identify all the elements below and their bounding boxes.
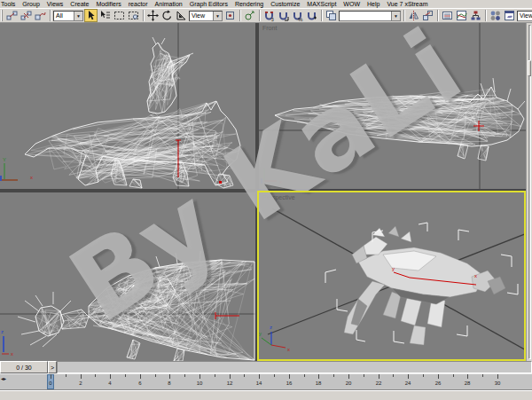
menu-maxscript[interactable]: MAXScript xyxy=(303,1,340,7)
menu-tools[interactable]: Tools xyxy=(0,1,19,7)
toolbar-separator xyxy=(50,10,51,21)
viewport-splitter-horizontal[interactable] xyxy=(0,189,526,192)
select-and-link-button[interactable] xyxy=(5,9,19,22)
time-slider-track[interactable] xyxy=(57,361,532,373)
window-crossing-button[interactable] xyxy=(127,9,140,22)
viewport-front-canvas[interactable]: x xyxy=(259,23,526,189)
menu-bar: Tools Group Views Create Modifiers react… xyxy=(0,0,532,8)
select-and-move-button[interactable] xyxy=(146,9,160,22)
trackbar-tick xyxy=(215,374,215,377)
trackbar-tick xyxy=(81,374,82,379)
trackbar-tick-label: 6 xyxy=(138,380,141,386)
viewport-perspective-label[interactable]: Perspective xyxy=(262,194,295,200)
right-panel-edge xyxy=(526,23,532,361)
snap-toggle-3d-button[interactable]: 3 xyxy=(262,9,276,22)
track-bar[interactable]: ◂▸ 0 2 4 6 8 10 12 14 16 18 20 22 24 26 … xyxy=(0,373,532,390)
menu-modifiers[interactable]: Modifiers xyxy=(92,1,124,7)
select-object-button[interactable] xyxy=(84,9,98,22)
align-icon xyxy=(422,10,434,21)
trackbar-tick-label: 30 xyxy=(495,380,501,386)
viewport-top-canvas[interactable]: zx xyxy=(0,192,255,361)
viewport-front[interactable]: Front x xyxy=(259,23,526,189)
menu-wow[interactable]: WOW xyxy=(340,1,364,7)
trackbar-tick xyxy=(95,374,96,377)
mini-trackbar-toggle[interactable]: ◂▸ xyxy=(1,375,6,381)
render-type-dropdown[interactable]: View ▼ xyxy=(517,11,532,21)
schematic-view-button[interactable] xyxy=(469,9,482,22)
axis-x-label: x xyxy=(30,175,33,180)
magnet-3d-icon: 3 xyxy=(263,10,275,21)
viewport-top[interactable]: zx xyxy=(0,192,255,361)
select-and-rotate-button[interactable] xyxy=(160,9,174,22)
reference-coordinate-system-dropdown[interactable]: View ▼ xyxy=(189,11,223,21)
menu-help[interactable]: Help xyxy=(364,1,383,7)
menu-reactor[interactable]: reactor xyxy=(125,1,152,7)
mirror-button[interactable] xyxy=(407,9,420,22)
viewport-left[interactable]: Yx xyxy=(0,23,255,189)
panel-scrollbar-thumb[interactable] xyxy=(528,60,531,76)
menu-animation[interactable]: Animation xyxy=(152,1,186,7)
named-selection-sets-icon xyxy=(325,10,337,21)
main-toolbar: All ▼ View ▼ 3 % xyxy=(0,8,532,23)
menu-rendering[interactable]: Rendering xyxy=(231,1,267,7)
menu-create[interactable]: Create xyxy=(66,1,92,7)
select-and-manipulate-button[interactable] xyxy=(243,9,256,22)
trackbar-tick xyxy=(318,374,319,379)
viewport-perspective[interactable]: Perspective xyzxy xyxy=(259,192,526,361)
trackbar-tick xyxy=(408,374,409,379)
named-selection-sets-dropdown[interactable]: ▼ xyxy=(339,11,401,21)
chevron-down-icon[interactable]: ▼ xyxy=(391,12,400,20)
next-frame-button[interactable]: > xyxy=(48,361,57,373)
manipulate-icon xyxy=(244,10,255,21)
trackbar-tick xyxy=(497,374,498,379)
viewport-perspective-canvas[interactable]: xyzxy xyxy=(259,192,526,361)
spinner-snap-button[interactable] xyxy=(305,9,318,22)
selection-filter-value: All xyxy=(56,12,63,19)
trackbar-tick-label: 2 xyxy=(79,380,82,386)
mirror-icon xyxy=(408,10,419,21)
chevron-down-icon[interactable]: ▼ xyxy=(74,12,82,20)
trackbar-tick-label: 18 xyxy=(316,380,322,386)
viewport-front-label[interactable]: Front xyxy=(262,25,277,31)
toolbar-grip[interactable] xyxy=(1,10,3,21)
toolbar-separator xyxy=(403,10,404,21)
trackbar-tick xyxy=(304,374,305,377)
time-slider-handle[interactable]: 0 / 30 xyxy=(0,361,48,373)
menu-group[interactable]: Group xyxy=(19,1,43,7)
window-crossing-icon xyxy=(128,10,139,21)
layer-manager-button[interactable] xyxy=(441,9,454,22)
selection-filter-dropdown[interactable]: All ▼ xyxy=(53,11,83,21)
material-editor-button[interactable] xyxy=(489,9,502,22)
align-button[interactable] xyxy=(421,9,434,22)
edit-named-selection-sets-button[interactable] xyxy=(325,9,338,22)
percent-snap-button[interactable]: % xyxy=(291,9,304,22)
bind-to-space-warp-button[interactable] xyxy=(34,9,47,22)
trackbar-tick xyxy=(155,374,156,377)
unlink-icon xyxy=(20,10,32,21)
use-pivot-point-center-button[interactable] xyxy=(223,9,237,22)
menu-graph-editors[interactable]: Graph Editors xyxy=(186,1,231,7)
axis-tripod: x xyxy=(262,169,282,184)
menu-customize[interactable]: Customize xyxy=(267,1,303,7)
unlink-selection-button[interactable] xyxy=(20,9,33,22)
trackbar-tick xyxy=(66,374,66,377)
render-scene-dialog-button[interactable] xyxy=(503,9,516,22)
selection-region-icon xyxy=(113,10,125,21)
menu-views[interactable]: Views xyxy=(43,1,67,7)
trackbar-tick xyxy=(51,374,51,379)
magnet-angle-icon xyxy=(278,10,289,21)
select-and-scale-button[interactable] xyxy=(175,9,188,22)
viewport-left-canvas[interactable]: Yx xyxy=(0,23,255,189)
wireframe-rider xyxy=(147,37,193,114)
select-by-name-button[interactable] xyxy=(98,9,112,22)
curve-editor-button[interactable] xyxy=(455,9,468,22)
chevron-down-icon[interactable]: ▼ xyxy=(213,12,222,20)
svg-text:%: % xyxy=(298,17,303,21)
rectangular-selection-region-button[interactable] xyxy=(113,9,126,22)
angle-snap-button[interactable] xyxy=(277,9,290,22)
curve-editor-icon xyxy=(456,10,467,21)
scale-icon xyxy=(176,10,187,21)
link-icon xyxy=(6,10,18,21)
trackbar-tick xyxy=(230,374,231,379)
menu-vue7-xstream[interactable]: Vue 7 xStream xyxy=(383,1,431,7)
